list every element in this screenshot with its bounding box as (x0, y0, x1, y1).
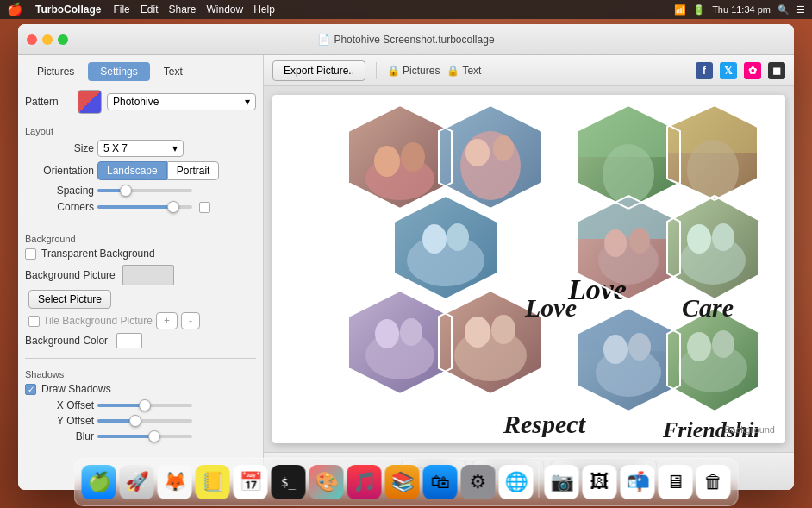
dock-launchpad[interactable]: 🚀 (120, 465, 154, 499)
dock-notes[interactable]: 📒 (196, 465, 230, 499)
corners-row: Corners (25, 201, 256, 213)
size-select[interactable]: 5 X 7 ▾ (97, 140, 184, 157)
dock-divider (539, 467, 540, 498)
toolbar-separator (376, 62, 377, 79)
dock-calendar[interactable]: 📅 (234, 465, 268, 499)
collage-canvas[interactable]: Love Care Respect Friendship (272, 95, 785, 443)
facebook-icon[interactable]: f (696, 62, 713, 79)
svg-point-46 (491, 315, 515, 344)
document-icon: 📄 (317, 34, 330, 46)
pin-icon[interactable]: ◼ (768, 62, 785, 79)
minimize-button[interactable] (42, 34, 53, 45)
tab-bar: Pictures Settings Text (25, 62, 256, 81)
apple-menu-icon[interactable]: 🍎 (7, 2, 23, 17)
titlebar-title-text: Photohive Screenshot.turbocollage (334, 34, 494, 46)
menubar: 🍎 TurboCollage File Edit Share Window He… (0, 0, 812, 19)
svg-text:Love: Love (524, 293, 577, 322)
menubar-wifi: 📶 (674, 4, 686, 16)
text-toggle[interactable]: 🔒 Text (447, 65, 481, 77)
pattern-label: Pattern (25, 96, 72, 108)
divider-1 (25, 223, 256, 223)
bg-color-swatch[interactable] (116, 333, 142, 348)
menu-file[interactable]: File (113, 3, 129, 16)
tab-text[interactable]: Text (152, 62, 195, 81)
tile-checkbox[interactable] (28, 316, 40, 327)
select-picture-row: Select Picture (28, 290, 256, 309)
size-chevron-icon: ▾ (172, 142, 178, 154)
dock-music[interactable]: 🎵 (347, 465, 382, 499)
dock-appstore[interactable]: 🛍 (423, 465, 458, 499)
hex-collage-svg: Love Care Respect Friendship (301, 101, 758, 437)
y-offset-slider[interactable] (97, 419, 192, 423)
orientation-landscape[interactable]: Landscape (97, 161, 167, 180)
tile-plus-btn[interactable]: + (156, 312, 178, 329)
draw-shadows-checkbox[interactable]: ✓ (25, 384, 36, 395)
close-button[interactable] (27, 34, 37, 45)
orientation-row: Orientation Landscape Portrait (25, 161, 256, 180)
dock-finder[interactable]: 🍏 (82, 465, 116, 499)
flickr-icon[interactable]: ✿ (744, 62, 761, 79)
corners-label: Corners (25, 201, 94, 213)
transparent-bg-checkbox[interactable] (25, 248, 36, 260)
svg-point-41 (375, 319, 399, 348)
dock-terminal[interactable]: $_ (272, 465, 306, 499)
pattern-icon (78, 90, 102, 114)
pictures-toggle[interactable]: 🔒 Pictures (387, 65, 440, 77)
svg-point-18 (465, 139, 490, 166)
svg-point-54 (687, 332, 711, 361)
tab-settings[interactable]: Settings (88, 62, 149, 81)
svg-text:Care: Care (682, 293, 734, 322)
app-window: 📄 Photohive Screenshot.turbocollage Pict… (18, 24, 794, 490)
corners-checkbox[interactable] (199, 202, 210, 213)
pattern-row: Pattern Photohive ▾ (25, 90, 256, 114)
spacing-label: Spacing (25, 185, 94, 197)
select-picture-button[interactable]: Select Picture (28, 290, 111, 309)
svg-text:Respect: Respect (503, 410, 587, 437)
dock-imac[interactable]: 🖥 (659, 465, 693, 499)
x-offset-slider[interactable] (97, 404, 192, 407)
dock-turbocollage[interactable]: 🎨 (309, 465, 344, 499)
menu-share[interactable]: Share (168, 3, 196, 16)
svg-point-42 (400, 318, 422, 346)
dock-photos[interactable]: 📷 (545, 465, 579, 499)
canvas-toolbar: Export Picture.. 🔒 Pictures 🔒 Text f 𝕏 ✿… (264, 55, 794, 86)
menu-window[interactable]: Window (207, 3, 244, 16)
menubar-search-icon[interactable]: 🔍 (778, 4, 790, 16)
svg-point-33 (604, 229, 627, 257)
tile-minus-btn[interactable]: - (181, 312, 200, 329)
spacing-slider[interactable] (97, 189, 192, 192)
size-label: Size (25, 142, 94, 154)
orientation-portrait[interactable]: Portrait (167, 161, 220, 180)
svg-point-37 (687, 224, 711, 254)
dock-preview[interactable]: 🖼 (583, 465, 617, 499)
size-row: Size 5 X 7 ▾ (25, 140, 256, 157)
dock-chrome[interactable]: 🌐 (499, 465, 534, 499)
draw-shadows-label: Draw Shadows (41, 383, 111, 395)
maximize-button[interactable] (58, 34, 68, 45)
transparent-bg-row: Transparent Background (25, 248, 256, 260)
y-offset-row: Y Offset (25, 415, 256, 427)
app-name-menu[interactable]: TurboCollage (35, 3, 101, 16)
pattern-select[interactable]: Photohive ▾ (107, 93, 256, 110)
spacing-row: Spacing (25, 185, 256, 197)
corners-slider[interactable] (97, 205, 192, 209)
tab-pictures[interactable]: Pictures (25, 62, 86, 81)
traffic-lights (27, 34, 68, 45)
menu-edit[interactable]: Edit (141, 3, 159, 16)
dock-trash[interactable]: 🗑 (696, 465, 731, 499)
menubar-time: Thu 11:34 pm (712, 4, 771, 15)
orientation-group: Landscape Portrait (97, 161, 219, 180)
blur-slider[interactable] (97, 435, 192, 438)
menu-help[interactable]: Help (253, 3, 275, 16)
dock-firefox[interactable]: 🦊 (158, 465, 192, 499)
dock-books[interactable]: 📚 (385, 465, 420, 499)
bg-color-label: Background Color (25, 335, 108, 347)
twitter-icon[interactable]: 𝕏 (720, 62, 737, 79)
export-button[interactable]: Export Picture.. (272, 60, 365, 81)
svg-point-15 (401, 142, 425, 172)
dock-settings[interactable]: ⚙ (461, 465, 496, 499)
bg-picture-row: Background Picture (25, 265, 256, 285)
menubar-control-icon[interactable]: ☰ (796, 4, 805, 16)
svg-point-28 (422, 224, 447, 254)
dock-mail[interactable]: 📬 (621, 465, 655, 499)
